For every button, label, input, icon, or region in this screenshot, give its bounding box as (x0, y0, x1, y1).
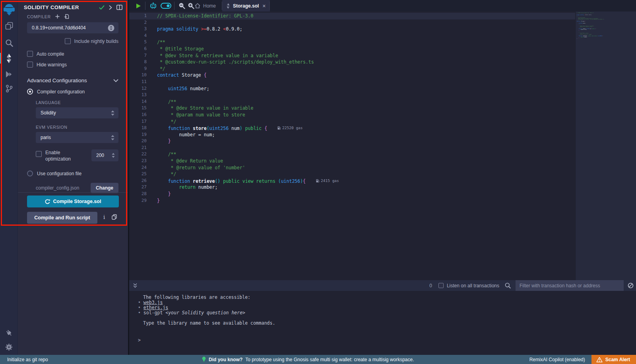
line-number: 20 (129, 138, 151, 145)
block-icon[interactable] (628, 283, 634, 288)
compile-and-run-button[interactable]: Compile and Run script (27, 212, 97, 224)
code-line: 11 (129, 79, 575, 85)
compile-button-label: Compile Storage.sol (53, 199, 101, 204)
version-stepper-icon (108, 25, 114, 31)
ai-assistant-button[interactable] (147, 0, 159, 12)
sidebar-item-git[interactable] (0, 83, 18, 95)
chevron-right-icon[interactable] (109, 5, 112, 10)
line-number: 25 (129, 171, 151, 178)
toolbar-separator (174, 2, 175, 10)
run-script-play-button[interactable] (133, 0, 143, 12)
play-icon (136, 3, 141, 9)
tip-title: Did you know? (209, 357, 242, 362)
copilot-status[interactable]: RemixAI Copilot (enabled) (529, 357, 591, 362)
search-icon (5, 39, 13, 47)
updown-arrows-icon (111, 135, 114, 140)
use-configuration-file-label: Use configuration file (37, 171, 81, 176)
line-number: 27 (129, 184, 151, 191)
listen-transactions-checkbox[interactable] (438, 283, 444, 288)
terminal-prompt[interactable]: > (138, 338, 636, 343)
scam-alert-label: Scam Alert (605, 357, 630, 362)
import-file-icon[interactable] (64, 14, 69, 19)
close-tab-icon[interactable]: × (262, 3, 266, 9)
refresh-icon (45, 199, 50, 204)
copilot-toggle[interactable] (159, 0, 172, 12)
code-line: 1// SPDX-License-Identifier: GPL-3.0 (129, 13, 575, 19)
include-nightly-row: Include nightly builds (27, 38, 118, 44)
code-line: 2 (129, 19, 575, 26)
enable-optimization-checkbox[interactable] (36, 151, 42, 157)
line-number: 18 (129, 125, 151, 132)
remix-logo[interactable] (0, 2, 18, 17)
double-chevron-down-icon[interactable] (133, 283, 138, 288)
copy-icon[interactable] (112, 214, 117, 221)
updown-arrows-icon (111, 110, 114, 116)
compile-and-run-label: Compile and Run script (34, 215, 90, 221)
status-bar-right: RemixAI Copilot (enabled) Scam Alert (529, 355, 636, 364)
bulb-icon (202, 356, 206, 362)
sidebar-item-settings[interactable] (0, 341, 18, 353)
include-nightly-checkbox[interactable] (65, 38, 71, 44)
line-number: 19 (129, 132, 151, 138)
git-init-button[interactable]: Initialize as git repo (0, 357, 48, 362)
evm-version-select[interactable]: paris (36, 132, 118, 143)
line-number: 16 (129, 112, 151, 118)
plus-icon[interactable] (55, 14, 60, 19)
search-icon[interactable] (505, 283, 511, 288)
tab-home[interactable]: Home (191, 0, 220, 12)
scam-alert-badge[interactable]: Scam Alert (591, 355, 636, 364)
line-number: 17 (129, 118, 151, 125)
code-line: 12 uint256 number; (129, 85, 575, 92)
tab-home-label: Home (203, 3, 216, 9)
compiler-configuration-radio[interactable] (27, 89, 33, 95)
sidebar-item-plugin-manager[interactable] (0, 327, 18, 339)
compile-button[interactable]: Compile Storage.sol (27, 196, 119, 207)
code-line: 8 * @custom:dev-run-script ./scripts/dep… (129, 59, 575, 66)
check-icon (99, 5, 105, 10)
terminal-output[interactable]: The following libraries are accessible:•… (129, 291, 636, 355)
code-line: 16 * @param num value to store (129, 112, 575, 118)
line-number: 15 (129, 105, 151, 112)
language-select[interactable]: Solidity (36, 107, 118, 118)
line-number: 22 (129, 151, 151, 158)
terminal-link[interactable]: ethers.js (143, 305, 168, 310)
transaction-filter-input[interactable] (516, 280, 624, 291)
ai-assistant-icon (149, 2, 157, 9)
auto-compile-label: Auto compile (37, 51, 64, 57)
tab-storage-sol[interactable]: Storage.sol × (222, 0, 270, 12)
code-line: 7 * @dev Store & retrieve value in a var… (129, 52, 575, 59)
minimap[interactable]: // SPDX-License-Identifier: GPL-3.0pragm… (575, 12, 636, 280)
columns-icon[interactable] (116, 5, 122, 10)
code-area[interactable]: 1// SPDX-License-Identifier: GPL-3.023pr… (129, 12, 575, 280)
code-line: 19 number = num; (129, 132, 575, 138)
plugin-manager-icon (5, 329, 13, 337)
code-line: 14 /** (129, 99, 575, 105)
line-number: 24 (129, 165, 151, 171)
remix-ide-window: SOLIDITY COMPILER COMPILER (0, 0, 636, 364)
optimization-runs-value: 200 (96, 153, 112, 158)
optimization-runs-input[interactable]: 200 (91, 149, 118, 161)
compiler-version-value: 0.8.19+commit.7dd6d404 (32, 25, 108, 31)
hide-warnings-checkbox[interactable] (27, 62, 33, 68)
sidebar-item-deploy-run[interactable] (0, 68, 18, 80)
compiler-configuration-option: Compiler configuration (27, 89, 118, 95)
code-line: 28 } (129, 191, 575, 197)
code-line: 15 * @dev Store value in variable (129, 105, 575, 112)
terminal-link[interactable]: web3.js (143, 300, 163, 305)
code-line: 4 (129, 33, 575, 39)
hide-warnings-row: Hide warnings (27, 62, 118, 68)
sidebar-item-search[interactable] (0, 37, 18, 49)
code-line: 6 * @title Storage (129, 46, 575, 52)
info-icon[interactable]: i (103, 214, 105, 220)
line-number: 23 (129, 158, 151, 165)
sidebar-item-file-explorer[interactable] (0, 20, 18, 32)
advanced-configurations-header[interactable]: Advanced Configurations (27, 77, 118, 83)
auto-compile-checkbox[interactable] (27, 51, 33, 57)
change-config-button[interactable]: Change (91, 183, 118, 193)
sidebar-item-solidity-compiler[interactable] (0, 52, 18, 64)
code-line: 10contract Storage { (129, 72, 575, 79)
updown-arrows-icon (112, 153, 115, 158)
use-configuration-file-radio[interactable] (27, 170, 33, 176)
compiler-version-select[interactable]: 0.8.19+commit.7dd6d404 (27, 22, 118, 33)
compiler-panel: SOLIDITY COMPILER COMPILER (18, 0, 128, 355)
